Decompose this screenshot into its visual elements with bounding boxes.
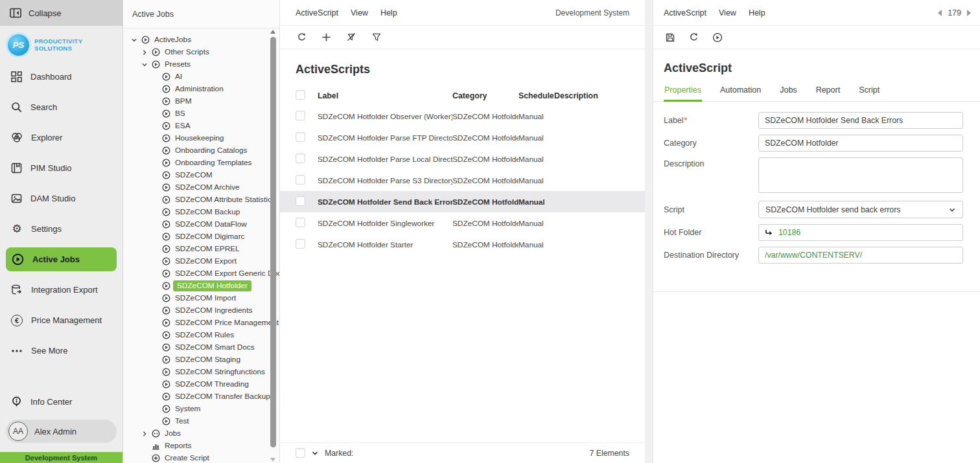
tree-item[interactable]: SDZeCOM Import bbox=[123, 292, 279, 304]
pager-prev-icon[interactable] bbox=[938, 10, 942, 16]
refresh-button[interactable] bbox=[689, 32, 699, 42]
row-checkbox[interactable] bbox=[296, 239, 305, 249]
tree-item[interactable]: SDZeCOM Export bbox=[123, 255, 279, 267]
tree-item[interactable]: Other Scripts bbox=[123, 46, 279, 58]
column-header-description[interactable]: Description bbox=[554, 91, 629, 100]
tree-item[interactable]: SDZeCOM Digimarc bbox=[123, 231, 279, 243]
label-field[interactable] bbox=[758, 112, 963, 129]
tree-item[interactable]: Create Script bbox=[123, 452, 279, 463]
tab-automation[interactable]: Automation bbox=[719, 83, 762, 102]
row-checkbox[interactable] bbox=[296, 218, 305, 227]
menu-view[interactable]: View bbox=[351, 8, 368, 17]
tree-item[interactable]: ESA bbox=[123, 120, 279, 132]
tree-item[interactable]: Test bbox=[123, 415, 279, 427]
sidebar-item-dashboard[interactable]: Dashboard bbox=[0, 62, 122, 92]
tree-item[interactable]: SDZeCOM EPREL bbox=[123, 243, 279, 255]
run-button[interactable] bbox=[712, 32, 723, 43]
refresh-button[interactable] bbox=[297, 32, 307, 42]
tree-item[interactable]: SDZeCOM Stringfunctions bbox=[123, 366, 279, 378]
tree-item[interactable]: SDZeCOM Staging bbox=[123, 354, 279, 366]
row-checkbox[interactable] bbox=[296, 111, 305, 120]
table-row[interactable]: SDZeCOM Hotfolder SingleworkerSDZeCOM Ho… bbox=[280, 212, 645, 234]
chevron-right-icon[interactable] bbox=[141, 431, 152, 437]
script-select[interactable]: SDZeCOM Hotfolder send back errors bbox=[758, 201, 963, 218]
row-checkbox[interactable] bbox=[296, 132, 305, 142]
tab-jobs[interactable]: Jobs bbox=[779, 83, 797, 102]
chevron-down-icon[interactable] bbox=[141, 62, 152, 68]
tree-item[interactable]: Jobs bbox=[123, 427, 279, 440]
sidebar-item-integration-export[interactable]: Integration Export bbox=[0, 275, 122, 305]
tree-item[interactable]: BPM bbox=[123, 95, 279, 107]
tree-item[interactable]: SDZeCOM Ingredients bbox=[123, 304, 279, 317]
tree-item[interactable]: Onboarding Templates bbox=[123, 157, 279, 169]
sidebar-item-active-jobs[interactable]: Active Jobs bbox=[6, 247, 117, 271]
tab-properties[interactable]: Properties bbox=[664, 83, 702, 102]
tree-item[interactable]: SDZeCOM Rules bbox=[123, 329, 279, 341]
menu-activescript[interactable]: ActiveScript bbox=[296, 8, 338, 17]
tree-item[interactable]: SDZeCOM bbox=[123, 169, 279, 181]
category-field[interactable] bbox=[758, 135, 963, 152]
column-header-schedule[interactable]: Schedule bbox=[519, 91, 554, 100]
column-header-label[interactable]: Label bbox=[318, 91, 452, 100]
tree-item[interactable]: Onboarding Catalogs bbox=[123, 144, 279, 157]
scrollbar-thumb[interactable] bbox=[270, 37, 276, 447]
tree-item[interactable]: BS bbox=[123, 107, 279, 120]
tree-item[interactable]: SDZeCOM Threading bbox=[123, 378, 279, 390]
menu-help[interactable]: Help bbox=[749, 8, 765, 17]
brand-logo[interactable]: PS PRODUCTIVITY SOLUTIONS bbox=[0, 26, 122, 62]
destination-directory-field[interactable] bbox=[758, 247, 963, 264]
tab-script[interactable]: Script bbox=[858, 83, 880, 102]
row-checkbox[interactable] bbox=[296, 196, 305, 206]
description-field[interactable] bbox=[758, 157, 963, 193]
menu-activescript[interactable]: ActiveScript bbox=[664, 8, 706, 17]
tree-item[interactable]: SDZeCOM Smart Docs bbox=[123, 341, 279, 354]
collapse-button[interactable]: Collapse bbox=[0, 0, 122, 26]
marked-checkbox[interactable] bbox=[296, 448, 305, 458]
clear-filter-button[interactable] bbox=[346, 32, 356, 42]
tree-item[interactable]: SDZeCOM Attribute Statistics bbox=[123, 194, 279, 206]
pager-next-icon[interactable] bbox=[967, 10, 971, 16]
menu-view[interactable]: View bbox=[719, 8, 736, 17]
table-row[interactable]: SDZeCOM Hotfolder Parse Local DirectoryS… bbox=[280, 148, 645, 170]
hot-folder-field[interactable]: 10186 bbox=[758, 224, 963, 241]
tree-item[interactable]: Housekeeping bbox=[123, 132, 279, 144]
scroll-up-icon[interactable] bbox=[270, 30, 275, 34]
table-row[interactable]: SDZeCOM Hotfolder Observer (Worker)SDZeC… bbox=[280, 106, 645, 127]
tab-report[interactable]: Report bbox=[815, 83, 841, 102]
chevron-down-icon[interactable] bbox=[131, 37, 141, 43]
tree-item[interactable]: System bbox=[123, 403, 279, 415]
tree-item[interactable]: SDZeCOM DataFlow bbox=[123, 218, 279, 231]
chevron-down-icon[interactable] bbox=[311, 449, 319, 457]
table-row[interactable]: SDZeCOM Hotfolder StarterSDZeCOM Hotfold… bbox=[280, 234, 645, 255]
tree-item[interactable]: ActiveJobs bbox=[123, 34, 279, 46]
table-row[interactable]: SDZeCOM Hotfolder Send Back ErrorsSDZeCO… bbox=[280, 191, 645, 212]
save-button[interactable] bbox=[665, 32, 675, 43]
user-menu[interactable]: AA Alex Admin bbox=[6, 420, 117, 443]
tree-item[interactable]: Administration bbox=[123, 83, 279, 95]
table-row[interactable]: SDZeCOM Hotfolder Parse S3 DirectorySDZe… bbox=[280, 170, 645, 191]
tree-item[interactable]: Presets bbox=[123, 58, 279, 71]
sidebar-item-explorer[interactable]: Explorer bbox=[0, 122, 122, 153]
tree-item[interactable]: SDZeCOM Transfer Backup bbox=[123, 390, 279, 403]
chevron-right-icon[interactable] bbox=[141, 49, 152, 56]
select-all-checkbox[interactable] bbox=[296, 90, 305, 100]
column-header-category[interactable]: Category bbox=[452, 91, 519, 100]
sidebar-item-pim-studio[interactable]: PIM Studio bbox=[0, 153, 122, 183]
filter-button[interactable] bbox=[371, 32, 382, 42]
add-button[interactable] bbox=[321, 32, 331, 42]
row-checkbox[interactable] bbox=[296, 175, 305, 185]
tree-item[interactable]: SDZeCOM Archive bbox=[123, 181, 279, 194]
table-row[interactable]: SDZeCOM Hotfolder Parse FTP DirectorySDZ… bbox=[280, 127, 645, 148]
tree-item[interactable]: AI bbox=[123, 71, 279, 83]
scroll-down-icon[interactable] bbox=[270, 458, 275, 462]
row-checkbox[interactable] bbox=[296, 153, 305, 163]
sidebar-item-settings[interactable]: ⚙ Settings bbox=[0, 214, 122, 244]
sidebar-item-search[interactable]: Search bbox=[0, 92, 122, 122]
tree-item[interactable]: SDZeCOM Hotfolder bbox=[123, 280, 279, 292]
tree-item[interactable]: Reports bbox=[123, 440, 279, 452]
tree-item[interactable]: SDZeCOM Backup bbox=[123, 206, 279, 218]
tree-scrollbar[interactable] bbox=[270, 30, 276, 462]
sidebar-item-see-more[interactable]: See More bbox=[0, 335, 122, 366]
menu-help[interactable]: Help bbox=[380, 8, 397, 17]
tree-item[interactable]: SDZeCOM Export Generic Docs bbox=[123, 267, 279, 280]
